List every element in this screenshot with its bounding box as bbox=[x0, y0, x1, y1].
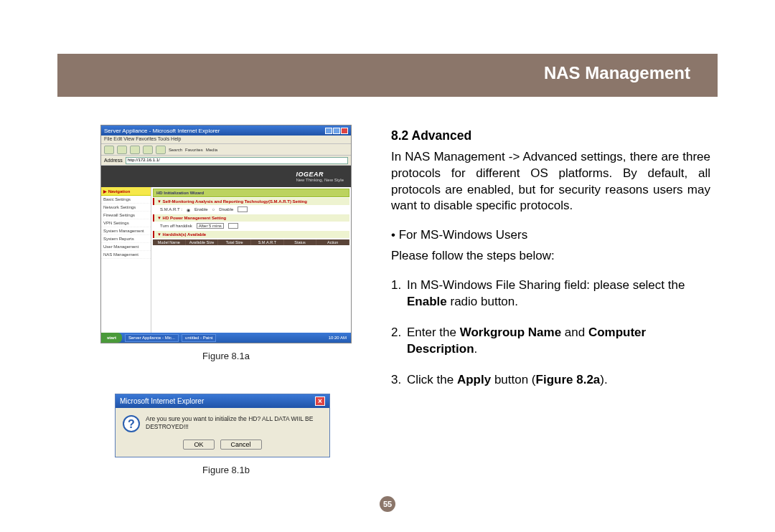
window-title: Server Appliance - Microsoft Internet Ex… bbox=[104, 128, 220, 134]
t-bold: Enable bbox=[407, 295, 447, 308]
favorites-label[interactable]: Favorites bbox=[185, 148, 203, 152]
step-number: 2. bbox=[391, 325, 407, 358]
figure-b-caption: Figure 8.1b bbox=[100, 465, 352, 475]
sidebar-item[interactable]: VPN Settings bbox=[101, 219, 151, 227]
step-text: In MS-Windows File Sharing field: please… bbox=[407, 277, 710, 310]
apply-chip[interactable] bbox=[228, 223, 238, 229]
th: Available Size bbox=[186, 239, 219, 245]
bullet-windows-users: For MS-Windows Users bbox=[391, 227, 710, 244]
sidebar-item[interactable]: Network Settings bbox=[101, 204, 151, 212]
radio-enable[interactable]: ◉ bbox=[187, 207, 190, 212]
search-label[interactable]: Search bbox=[169, 148, 182, 152]
t: Enter the bbox=[407, 326, 460, 339]
system-tray: 10:20 AM bbox=[324, 336, 351, 340]
header-band: NAS Management bbox=[57, 54, 718, 97]
cancel-button[interactable]: Cancel bbox=[220, 440, 262, 450]
address-label: Address bbox=[104, 158, 123, 163]
right-column: 8.2 Advanced In NAS Management -> Advanc… bbox=[391, 128, 710, 403]
hdd-table-header: Model Name Available Size Total Size S.M… bbox=[153, 239, 349, 245]
smart-row: S.M.A.R.T : ◉ Enable ○ Disable bbox=[153, 205, 349, 214]
sidebar-item[interactable]: Firewall Settings bbox=[101, 212, 151, 219]
bullet-sub: Please follow the steps below: bbox=[391, 248, 710, 265]
step-2: 2. Enter the Workgroup Name and Computer… bbox=[391, 325, 710, 358]
enable-label: Enable bbox=[194, 207, 208, 212]
page-number: 55 bbox=[380, 496, 395, 512]
t: In MS-Windows File Sharing field: please… bbox=[407, 278, 685, 292]
dialog-titlebar: Microsoft Internet Explorer × bbox=[116, 394, 329, 408]
dialog-buttons: OK Cancel bbox=[116, 435, 329, 457]
minimize-icon[interactable] bbox=[325, 128, 332, 134]
step-text: Enter the Workgroup Name and Computer De… bbox=[407, 325, 710, 358]
address-input[interactable]: http://172.16.1.1/ bbox=[126, 157, 348, 164]
th: Total Size bbox=[218, 239, 251, 245]
apply-chip[interactable] bbox=[238, 206, 248, 212]
figure-8-1b-wrap: Microsoft Internet Explorer × ? Are you … bbox=[100, 394, 352, 475]
smart-section[interactable]: ▼ Self-Monitoring Analysis and Reporting… bbox=[153, 198, 349, 205]
wizard-title: HD Initialization Wizard bbox=[153, 189, 349, 197]
close-icon[interactable] bbox=[341, 128, 348, 134]
home-icon[interactable] bbox=[156, 146, 166, 154]
close-icon[interactable]: × bbox=[315, 396, 325, 406]
step-1: 1. In MS-Windows File Sharing field: ple… bbox=[391, 277, 710, 310]
figure-8-1a-screenshot: Server Appliance - Microsoft Internet Ex… bbox=[100, 125, 352, 343]
taskbar-item[interactable]: untitled - Paint bbox=[182, 334, 216, 342]
step-3: 3. Click the Apply button (Figure 8.2a). bbox=[391, 372, 710, 389]
browser-menu[interactable]: File Edit View Favorites Tools Help bbox=[101, 136, 351, 144]
app-banner: IOGEAR New Thinking, New Style bbox=[101, 166, 351, 187]
sidebar-item[interactable]: NAS Management bbox=[101, 251, 151, 259]
intro-paragraph: In NAS Management -> Advanced settings, … bbox=[391, 149, 710, 215]
sidebar-nav: ▶ Navigation Basic Settings Network Sett… bbox=[101, 187, 151, 334]
section-heading: 8.2 Advanced bbox=[391, 128, 710, 145]
radio-disable[interactable]: ○ bbox=[212, 207, 215, 212]
t: button ( bbox=[491, 373, 535, 386]
th: Status bbox=[284, 239, 317, 245]
browser-toolbar: Search Favorites Media bbox=[101, 144, 351, 156]
sidebar-item[interactable]: System Reports bbox=[101, 235, 151, 243]
brand-tagline: New Thinking, New Style bbox=[296, 178, 344, 182]
start-button[interactable]: start bbox=[101, 333, 122, 343]
turnoff-label: Turn off harddisk bbox=[160, 224, 192, 228]
forward-icon[interactable] bbox=[117, 146, 127, 154]
confirm-dialog: Microsoft Internet Explorer × ? Are you … bbox=[115, 394, 330, 457]
sidebar-item[interactable]: User Management bbox=[101, 243, 151, 251]
power-section[interactable]: ▼ HD Power Management Setting bbox=[153, 214, 349, 222]
brand-logo: IOGEAR bbox=[296, 171, 324, 178]
taskbar: start Server Appliance - Mic... untitled… bbox=[101, 333, 351, 343]
step-number: 1. bbox=[391, 277, 407, 310]
disable-label: Disable bbox=[219, 207, 233, 212]
window-buttons bbox=[325, 128, 348, 134]
t: and bbox=[561, 326, 588, 339]
th: Action bbox=[316, 239, 349, 245]
address-bar-row: Address http://172.16.1.1/ bbox=[101, 156, 351, 166]
media-label[interactable]: Media bbox=[206, 148, 217, 152]
sidebar-item[interactable]: System Management bbox=[101, 227, 151, 235]
t: ). bbox=[600, 373, 607, 386]
t: . bbox=[474, 342, 478, 356]
t: Click the bbox=[407, 373, 457, 386]
nav-header: ▶ Navigation bbox=[101, 187, 151, 196]
manual-page: NAS Management Server Appliance - Micros… bbox=[39, 22, 736, 516]
browser-titlebar: Server Appliance - Microsoft Internet Ex… bbox=[101, 125, 351, 136]
stop-icon[interactable] bbox=[130, 146, 140, 154]
ok-button[interactable]: OK bbox=[183, 440, 214, 450]
figure-a-caption: Figure 8.1a bbox=[100, 351, 352, 361]
step-text: Click the Apply button (Figure 8.2a). bbox=[407, 372, 710, 389]
t-bold: Figure 8.2a bbox=[536, 373, 601, 386]
t: radio button. bbox=[447, 295, 518, 308]
dialog-message: Are you sure you want to initialize the … bbox=[146, 415, 322, 431]
page-title: NAS Management bbox=[544, 63, 690, 83]
hdd-section[interactable]: ▼ Harddisk(s) Available bbox=[153, 231, 349, 238]
app-body: ▶ Navigation Basic Settings Network Sett… bbox=[101, 187, 351, 334]
steps-list: 1. In MS-Windows File Sharing field: ple… bbox=[391, 277, 710, 389]
taskbar-item[interactable]: Server Appliance - Mic... bbox=[125, 334, 179, 342]
refresh-icon[interactable] bbox=[143, 146, 153, 154]
back-icon[interactable] bbox=[104, 146, 114, 154]
question-icon: ? bbox=[123, 415, 140, 432]
th: Model Name bbox=[153, 239, 186, 245]
turnoff-select[interactable]: After 5 mins bbox=[197, 223, 224, 229]
left-column: Server Appliance - Microsoft Internet Ex… bbox=[100, 125, 352, 475]
sidebar-item[interactable]: Basic Settings bbox=[101, 196, 151, 204]
maximize-icon[interactable] bbox=[333, 128, 340, 134]
power-row: Turn off harddisk After 5 mins bbox=[153, 222, 349, 230]
smart-label: S.M.A.R.T : bbox=[160, 207, 182, 212]
